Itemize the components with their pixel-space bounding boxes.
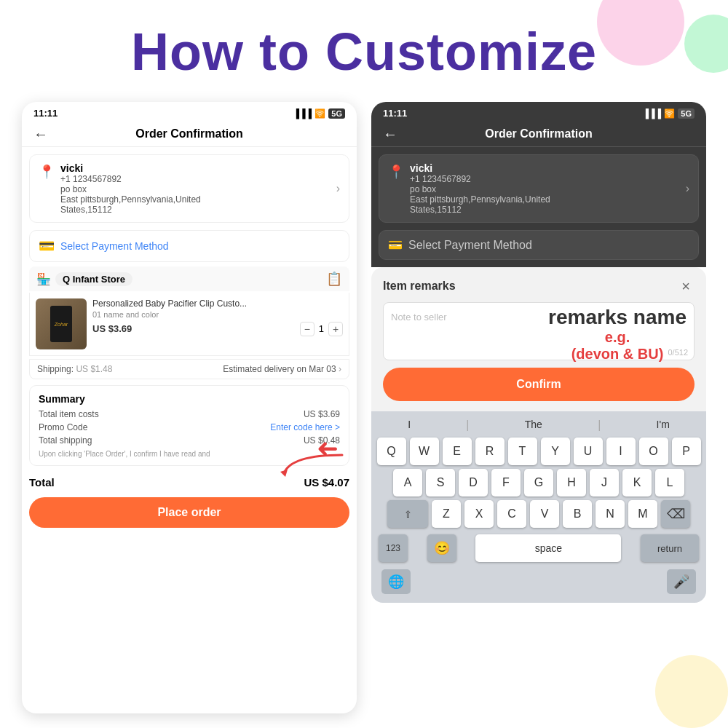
key-shift[interactable]: ⇧ — [387, 500, 428, 528]
key-a[interactable]: A — [393, 469, 422, 496]
status-icons-left: ▐▐▐ 🛜 5G — [293, 108, 345, 119]
suggestion-divider-1: | — [466, 419, 469, 432]
back-button-right[interactable]: ← — [383, 126, 397, 143]
address-po-box: po box — [60, 184, 340, 194]
product-row: Zohar Personalized Baby Pacifier Clip Cu… — [29, 293, 349, 356]
key-k[interactable]: K — [622, 469, 652, 496]
key-b[interactable]: B — [563, 500, 592, 528]
address-content: vicki +1 1234567892 po box East pittsbur… — [60, 162, 340, 215]
key-microphone[interactable]: 🎤 — [667, 569, 696, 594]
key-c[interactable]: C — [497, 500, 526, 528]
curved-line — [277, 451, 349, 483]
select-payment-text: Select Payment Method — [60, 240, 169, 252]
qty-control: − 1 + — [300, 322, 343, 336]
shipping-row: Shipping: US $1.48 Estimated delivery on… — [29, 359, 349, 379]
close-button[interactable]: × — [677, 277, 695, 295]
product-info: Personalized Baby Pacifier Clip Custo...… — [92, 298, 343, 336]
key-delete[interactable]: ⌫ — [661, 500, 690, 528]
key-x[interactable]: X — [464, 500, 494, 528]
key-t[interactable]: T — [508, 438, 537, 465]
keyboard-suggestions: I | The | I'm — [374, 416, 703, 435]
status-icons-right: ▐▐▐ 🛜 5G — [643, 108, 695, 119]
key-s[interactable]: S — [426, 469, 455, 496]
key-z[interactable]: Z — [432, 500, 461, 528]
key-e[interactable]: E — [443, 438, 472, 465]
decorative-circle-top — [597, 0, 684, 66]
screens-container: 11:11 ▐▐▐ 🛜 5G ← Order Confirmation 📍 vi… — [22, 102, 706, 713]
key-space[interactable]: space — [475, 534, 621, 562]
status-bar-left: 11:11 ▐▐▐ 🛜 5G — [22, 102, 357, 122]
qty-increase[interactable]: + — [328, 322, 343, 336]
remarks-header: Item remarks × — [383, 277, 695, 295]
summary-promo-row[interactable]: Promo Code Enter code here > — [39, 422, 340, 432]
back-button-left[interactable]: ← — [33, 126, 48, 143]
key-emoji[interactable]: 😊 — [427, 534, 456, 562]
time-right: 11:11 — [383, 108, 407, 119]
suggestion-i[interactable]: I — [408, 419, 411, 432]
key-q[interactable]: Q — [377, 438, 406, 465]
key-y[interactable]: Y — [541, 438, 570, 465]
remarks-placeholder: Note to seller — [391, 312, 447, 323]
address-zip-right: States,15112 — [410, 205, 689, 215]
chevron-right-address: › — [336, 182, 340, 195]
promo-value[interactable]: Enter code here > — [270, 422, 340, 432]
product-name: Personalized Baby Pacifier Clip Custo... — [92, 298, 343, 310]
battery-icon: 5G — [328, 108, 345, 119]
suggestion-the[interactable]: The — [525, 419, 542, 432]
keyboard: I | The | I'm Q W E R T Y U I O P A — [371, 411, 706, 603]
address-phone: +1 1234567892 — [60, 174, 340, 184]
select-payment-text-right: Select Payment Method — [408, 239, 532, 252]
key-i[interactable]: I — [606, 438, 636, 465]
suggestion-im[interactable]: I'm — [657, 419, 670, 432]
payment-row-right[interactable]: 💳 Select Payment Method — [379, 230, 699, 260]
shipping-est: Estimated delivery on — [223, 364, 306, 374]
page-header-right: ← Order Confirmation — [371, 122, 706, 147]
key-r[interactable]: R — [475, 438, 505, 465]
remarks-title: Item remarks — [383, 280, 456, 293]
address-po-right: po box — [410, 184, 689, 194]
key-l[interactable]: L — [655, 469, 684, 496]
shipping-label: Shipping: — [37, 364, 74, 374]
qty-number: 1 — [319, 323, 324, 334]
promo-label: Promo Code — [39, 422, 87, 432]
summary-shipping-row: Total shipping US $0.48 — [39, 435, 340, 446]
key-p[interactable]: P — [672, 438, 701, 465]
qty-decrease[interactable]: − — [300, 322, 314, 336]
note-icon[interactable]: 📋 — [326, 271, 342, 287]
status-bar-right: 11:11 ▐▐▐ 🛜 5G — [371, 102, 706, 122]
product-price: US $3.69 — [92, 323, 132, 334]
key-d[interactable]: D — [459, 469, 488, 496]
shipping-right: Estimated delivery on Mar 03 › — [223, 364, 341, 374]
key-h[interactable]: H — [557, 469, 586, 496]
key-f[interactable]: F — [491, 469, 521, 496]
remarks-input-area[interactable]: Note to seller remarks name e.g. (devon … — [383, 302, 695, 360]
keyboard-row-4: 123 😊 space return — [374, 531, 703, 565]
payment-icon: 💳 — [39, 238, 55, 254]
order-confirmation-title-left: Order Confirmation — [135, 127, 243, 141]
location-icon: 📍 — [39, 164, 55, 180]
store-icon: 🏪 — [36, 272, 51, 286]
key-return[interactable]: return — [641, 534, 699, 562]
payment-row-left[interactable]: 💳 Select Payment Method — [29, 230, 349, 262]
key-u[interactable]: U — [574, 438, 603, 465]
key-m[interactable]: M — [628, 500, 657, 528]
confirm-button[interactable]: Confirm — [383, 368, 695, 401]
right-phone-top: 11:11 ▐▐▐ 🛜 5G ← Order Confirmation 📍 vi… — [371, 102, 706, 267]
place-order-button[interactable]: Place order — [29, 497, 349, 528]
key-j[interactable]: J — [590, 469, 619, 496]
address-card-left[interactable]: 📍 vicki +1 1234567892 po box East pittsb… — [29, 154, 349, 223]
address-card-right[interactable]: 📍 vicki +1 1234567892 po box East pittsb… — [379, 154, 699, 223]
location-icon-right: 📍 — [388, 164, 404, 180]
summary-title: Summary — [39, 393, 340, 405]
key-o[interactable]: O — [639, 438, 668, 465]
key-g[interactable]: G — [524, 469, 553, 496]
key-123[interactable]: 123 — [379, 534, 408, 562]
left-phone: 11:11 ▐▐▐ 🛜 5G ← Order Confirmation 📍 vi… — [22, 102, 357, 713]
key-v[interactable]: V — [530, 500, 559, 528]
total-label: Total — [29, 476, 55, 488]
key-w[interactable]: W — [410, 438, 439, 465]
page-title: How to Customize — [131, 22, 597, 82]
key-globe[interactable]: 🌐 — [381, 569, 411, 594]
shipping-left: Shipping: US $1.48 — [37, 364, 112, 374]
key-n[interactable]: N — [596, 500, 625, 528]
